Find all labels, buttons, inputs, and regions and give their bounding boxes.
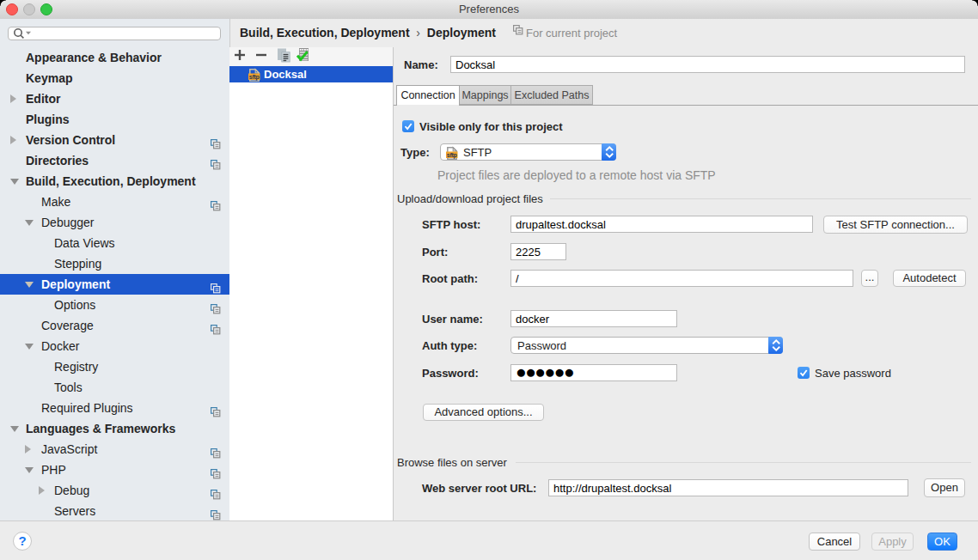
svg-text:sftp: sftp <box>249 74 260 81</box>
svg-text:sftp: sftp <box>447 152 457 159</box>
